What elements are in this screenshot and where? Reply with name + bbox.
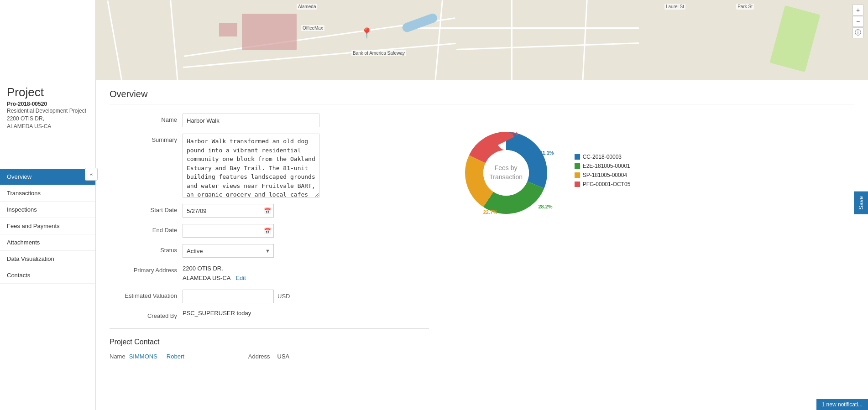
name-label: Name	[110, 114, 183, 123]
end-date-input[interactable]	[183, 224, 274, 238]
map-label-alameda: Alameda	[297, 4, 317, 10]
chart-pct-yellow: 22.7%	[483, 209, 497, 215]
overview-title: Overview	[110, 89, 854, 104]
chart-center	[483, 150, 529, 196]
estimated-valuation-input[interactable]	[183, 290, 274, 303]
sidebar-item-data-visualization[interactable]: Data Visualization	[0, 251, 95, 267]
chart-pct-red: 18.0%	[504, 131, 518, 136]
map-label-park: Park St	[736, 4, 754, 10]
project-description: Residential Development Project	[7, 108, 89, 114]
project-id: Pro-2018-00520	[7, 101, 47, 107]
chart-legend: CC-2018-00003 E2E-181005-00001 SP-181005…	[575, 154, 631, 190]
chart-section: Fees by Transaction 18.0% 31.1% 28.2% 22…	[447, 114, 639, 360]
notification-badge[interactable]: 1 new notificati...	[816, 399, 868, 410]
sidebar-item-inspections[interactable]: Inspections	[0, 202, 95, 218]
legend-color-red	[575, 182, 580, 187]
summary-textarea[interactable]: Harbor Walk transformed an old dog pound…	[183, 134, 319, 197]
map-zoom-in[interactable]: +	[852, 5, 863, 16]
end-date-label: End Date	[110, 224, 183, 234]
chart-pct-blue: 31.1%	[539, 150, 554, 156]
map-label-bank: Bank of America Safeway	[351, 50, 406, 56]
start-date-input[interactable]	[183, 204, 274, 218]
map-pin: 📍	[361, 27, 373, 39]
primary-address-label: Primary Address	[110, 264, 183, 274]
sidebar: Overview Transactions Inspections Fees a…	[0, 0, 96, 410]
legend-color-green	[575, 163, 580, 169]
save-button[interactable]: Save	[854, 192, 868, 214]
legend-color-blue	[575, 154, 580, 160]
legend-label-e2e: E2E-181005-00001	[583, 163, 630, 169]
legend-label-pfg: PFG-00001-OCT05	[583, 181, 631, 187]
legend-label-sp: SP-181005-00004	[583, 172, 627, 178]
sidebar-collapse-button[interactable]: «	[85, 168, 98, 181]
sidebar-item-contacts[interactable]: Contacts	[0, 267, 95, 284]
contact-address-label: Address	[248, 353, 270, 360]
sidebar-item-overview[interactable]: Overview	[0, 169, 95, 185]
created-by-value: PSC_SUPERUSER today	[183, 310, 251, 317]
collapse-icon: «	[90, 171, 93, 177]
contact-last-name[interactable]: Robert	[167, 353, 184, 360]
project-address-line1: 2200 OTIS DR,	[7, 115, 44, 122]
map-controls: + − ⓘ	[852, 5, 863, 38]
contact-name-label: Name	[110, 353, 125, 360]
project-address-line2: ALAMEDA US-CA	[7, 123, 51, 130]
address-line1: 2200 OTIS DR.	[183, 265, 223, 272]
project-title: Project	[7, 85, 89, 99]
map-label-laurel: Laurel St	[664, 4, 685, 10]
sidebar-item-attachments[interactable]: Attachments	[0, 234, 95, 251]
project-contact-title: Project Contact	[110, 338, 429, 346]
estimated-valuation-label: Estimated Valuation	[110, 290, 183, 299]
map-zoom-out[interactable]: −	[852, 16, 863, 27]
fees-donut-chart: Fees by Transaction 18.0% 31.1% 28.2% 22…	[456, 123, 556, 223]
start-date-calendar-icon[interactable]: 📅	[264, 208, 271, 214]
contact-address-value: USA	[277, 353, 290, 360]
map-label-officemax: OfficeMax	[301, 25, 324, 31]
end-date-calendar-icon[interactable]: 📅	[264, 228, 271, 234]
start-date-label: Start Date	[110, 204, 183, 213]
summary-label: Summary	[110, 134, 183, 143]
legend-label-cc: CC-2018-00003	[583, 154, 622, 160]
contact-row: Name SIMMONS Robert Address USA	[110, 353, 429, 360]
overview-form: Name Summary Harbor Walk transformed an …	[110, 114, 429, 360]
sidebar-item-transactions[interactable]: Transactions	[0, 185, 95, 202]
usd-label: USD	[277, 293, 290, 300]
chart-pct-green: 28.2%	[538, 204, 552, 209]
address-line2: ALAMEDA US-CA	[183, 275, 230, 281]
name-input[interactable]	[183, 114, 319, 127]
status-select[interactable]: Active Inactive Pending Closed	[183, 244, 274, 258]
legend-color-yellow	[575, 172, 580, 178]
sidebar-item-fees-payments[interactable]: Fees and Payments	[0, 218, 95, 234]
primary-address-block: 2200 OTIS DR. ALAMEDA US-CA Edit	[183, 264, 429, 283]
contact-first-name[interactable]: SIMMONS	[129, 353, 157, 360]
main-content: Overview Name Summary Harbor Walk transf…	[96, 80, 868, 410]
map-info[interactable]: ⓘ	[852, 27, 863, 38]
edit-address-link[interactable]: Edit	[235, 275, 246, 281]
status-label: Status	[110, 244, 183, 254]
map-container: Alameda OfficeMax Bank of America Safewa…	[0, 0, 868, 80]
created-by-label: Created By	[110, 310, 183, 319]
